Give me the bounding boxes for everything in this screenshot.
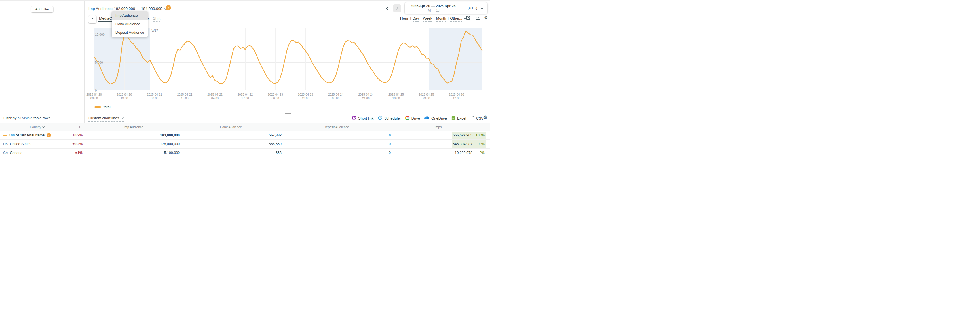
- sort-descending-icon: ↓: [121, 125, 123, 129]
- imps-cell: 10,222,978: [418, 148, 473, 155]
- error-margin-cell: ±0.2%: [57, 131, 83, 140]
- imps-cell: 546,304,987: [418, 140, 473, 148]
- audience-dropdown-menu: Imp AudienceConv AudienceDeposit Audienc…: [112, 11, 148, 37]
- chart-legend[interactable]: total: [94, 105, 111, 109]
- deposit-audience-cell: 0: [334, 131, 391, 140]
- custom-chart-lines-label: Custom chart lines: [89, 116, 119, 120]
- filter-by-suffix: table rows: [33, 116, 50, 120]
- conv-audience-cell: 567,332: [225, 131, 282, 140]
- export-toolbar: Short linkSchedulerDriveOneDriveExcelCSV: [352, 115, 484, 121]
- row-identity: USUnited States: [3, 140, 31, 148]
- table-row-ca[interactable]: CACanada±1%5,100,000663010,222,9782%: [0, 148, 490, 155]
- menu-item-deposit-audience[interactable]: Deposit Audience: [112, 28, 148, 37]
- info-icon[interactable]: i: [46, 133, 51, 137]
- country-column-menu-icon[interactable]: ⋯: [66, 123, 70, 131]
- conv-audience-cell: 663: [225, 148, 282, 155]
- menu-item-imp-audience[interactable]: Imp Audience: [112, 11, 148, 20]
- table-row-us[interactable]: USUnited States±0.2%178,000,000566,66905…: [0, 140, 490, 148]
- conv-audience-cell: 566,669: [225, 140, 282, 148]
- menu-item-conv-audience[interactable]: Conv Audience: [112, 20, 148, 28]
- drive-button[interactable]: Drive: [405, 116, 420, 121]
- short-link-icon: [352, 115, 356, 121]
- row-name: 100 of 192 total items: [9, 133, 45, 137]
- scheduler-button[interactable]: Scheduler: [378, 115, 401, 121]
- deposit-column-menu-icon[interactable]: ⋯: [385, 123, 389, 131]
- excel-button[interactable]: Excel: [451, 116, 466, 121]
- column-header-imp-audience[interactable]: ↓ Imp Audience: [84, 123, 180, 131]
- all-visible-link[interactable]: all visible: [18, 116, 33, 121]
- column-header-imps[interactable]: Imps: [391, 123, 485, 131]
- deposit-audience-cell: 0: [334, 140, 391, 148]
- deposit-audience-cell: 0: [334, 148, 391, 155]
- imp-audience-cell: 178,000,000: [123, 140, 180, 148]
- chevron-down-icon: [121, 117, 124, 119]
- short-link-button[interactable]: Short link: [352, 115, 374, 121]
- chevron-down-icon: [42, 126, 45, 128]
- country-code[interactable]: CA: [3, 151, 8, 155]
- table-row-total[interactable]: 100 of 192 total itemsi±0.2%183,000,0005…: [0, 131, 490, 140]
- csv-icon: [471, 116, 474, 121]
- gear-icon[interactable]: ⚙: [483, 115, 487, 121]
- google-drive-icon: [405, 116, 410, 121]
- legend-swatch-total: [94, 106, 101, 108]
- add-column-button[interactable]: +: [75, 123, 84, 131]
- imp-audience-cell: 183,000,000: [123, 131, 180, 140]
- column-header-country[interactable]: Country: [0, 123, 75, 131]
- analytics-dashboard: Add filter Imp Audience: 182,000,000 — 1…: [0, 0, 490, 155]
- imp-audience-cell: 5,100,000: [123, 148, 180, 155]
- imp-column-menu-icon[interactable]: ⋯: [173, 123, 177, 131]
- csv-button[interactable]: CSV: [471, 116, 484, 121]
- country-code[interactable]: US: [3, 142, 8, 146]
- column-header-deposit-audience[interactable]: Deposit Audience: [282, 123, 391, 131]
- excel-icon: [451, 116, 455, 121]
- imps-cell: 556,527,965: [418, 131, 473, 140]
- error-margin-cell: ±1%: [57, 148, 83, 155]
- scheduler-clock-icon: [378, 115, 383, 121]
- row-name: Canada: [10, 151, 22, 155]
- panel-resize-handle[interactable]: [285, 112, 291, 115]
- imps-percent-cell: 2%: [472, 148, 485, 155]
- onedrive-button[interactable]: OneDrive: [424, 116, 447, 121]
- column-header-conv-audience[interactable]: Conv Audience: [180, 123, 282, 131]
- row-name: United States: [10, 142, 31, 146]
- chart-line-total: [94, 31, 482, 84]
- legend-label-total: total: [103, 105, 111, 109]
- imps-percent-cell: 98%: [472, 140, 485, 148]
- imps-percent-cell: 100%: [472, 131, 485, 140]
- table-header: Country ⋯ + ↓ Imp Audience ⋯ Conv Audien…: [0, 123, 490, 131]
- series-swatch-icon: [3, 135, 7, 136]
- error-margin-cell: ±0.2%: [57, 140, 83, 148]
- table-body: 100 of 192 total itemsi±0.2%183,000,0005…: [0, 131, 490, 155]
- row-identity: 100 of 192 total itemsi: [3, 131, 51, 140]
- imps-column-menu-icon[interactable]: ⋯: [482, 123, 485, 131]
- conv-column-menu-icon[interactable]: ⋯: [275, 123, 279, 131]
- onedrive-icon: [424, 116, 430, 121]
- custom-chart-lines-dropdown[interactable]: Custom chart lines: [89, 116, 124, 122]
- row-identity: CACanada: [3, 148, 22, 155]
- filter-by-row: Filter by all visible table rows: [3, 116, 50, 120]
- filter-by-prefix: Filter by: [3, 116, 16, 120]
